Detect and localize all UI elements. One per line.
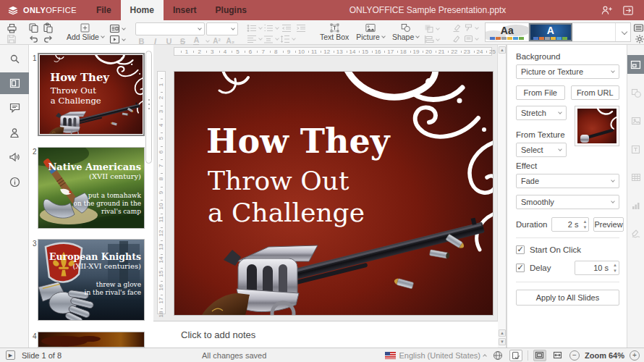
clear-style-button[interactable] — [449, 22, 462, 33]
add-slide-button[interactable]: Add Slide — [63, 22, 108, 42]
paste-button[interactable] — [41, 22, 54, 33]
fit-to-width-icon[interactable] — [551, 350, 564, 361]
background-type-select[interactable]: Picture or Texture — [516, 64, 619, 79]
decrease-indent-button[interactable] — [280, 22, 293, 33]
slide-settings-button[interactable] — [464, 33, 478, 44]
svg-text:European Knights: European Knights — [49, 251, 141, 262]
notes-area[interactable]: Click to add notes — [153, 321, 498, 348]
slide1-thumb-art: How They Throw Out a Challenge — [40, 55, 143, 134]
add-user-icon[interactable] — [599, 3, 614, 17]
scroll-up-icon[interactable]: ▲ — [499, 46, 506, 54]
slide-settings-icon[interactable] — [627, 55, 644, 74]
vertical-align-button[interactable] — [263, 33, 279, 44]
background-preview — [575, 106, 619, 146]
delay-spinner[interactable]: 10 s ▲▼ — [575, 261, 619, 275]
tab-file[interactable]: File — [87, 0, 121, 20]
theme-option-empty[interactable] — [572, 23, 616, 41]
change-layout-button[interactable] — [109, 23, 125, 34]
zoom-in-icon[interactable]: + — [630, 350, 640, 361]
font-name-combo[interactable] — [135, 22, 205, 35]
us-flag-icon — [385, 352, 396, 359]
document-title: ONLYOFFICE Sample Presentation.pptx — [256, 0, 599, 20]
apply-to-all-slides-button[interactable]: Apply to All Slides — [516, 290, 619, 306]
theme-option-dark-selected[interactable]: A — [529, 23, 572, 41]
redo-button[interactable] — [41, 33, 54, 44]
horizontal-align-button[interactable] — [247, 33, 262, 44]
slides-panel-icon[interactable] — [0, 72, 29, 94]
fill-mode-select[interactable]: Stretch — [516, 106, 567, 120]
fit-to-slide-icon[interactable] — [533, 350, 546, 361]
numbering-button[interactable] — [263, 22, 279, 33]
canvas-scrollbar[interactable]: ▲ ▲ ▼ — [497, 45, 506, 348]
slide-thumbnail-2[interactable]: Native Americans (XVII century) put a to… — [38, 147, 145, 229]
svg-text:Throw Out: Throw Out — [51, 85, 96, 96]
divider — [516, 282, 619, 282]
from-file-button[interactable]: From File — [516, 85, 565, 100]
about-info-icon[interactable] — [0, 171, 29, 193]
start-slideshow-icon[interactable]: ▶ — [6, 350, 15, 360]
slide3-thumb-art: European Knights (XII-XVI centuries) thr… — [38, 240, 144, 320]
advanced-settings-gear-icon[interactable] — [633, 33, 644, 44]
insert-shape-button[interactable]: Shape — [389, 22, 423, 42]
slide-size-button[interactable] — [633, 22, 644, 33]
texture-select[interactable]: Select — [516, 143, 567, 157]
language-selector[interactable]: English (United States) — [385, 351, 486, 360]
delay-checkbox-row: Delay 10 s ▲▼ — [516, 261, 619, 275]
preview-button[interactable]: Preview — [593, 217, 623, 232]
undo-button[interactable] — [27, 33, 40, 44]
slide-thumbnail-1[interactable]: How They Throw Out a Challenge — [38, 53, 145, 136]
table-settings-icon[interactable] — [627, 168, 644, 187]
tab-home[interactable]: Home — [121, 0, 164, 20]
insert-picture-button[interactable]: Picture — [352, 22, 389, 42]
editor-canvas: 1234567891011121314151617181920212223242… — [153, 45, 507, 348]
image-settings-icon[interactable] — [627, 111, 644, 130]
save-button[interactable] — [5, 33, 18, 44]
save-status: All changes saved — [202, 348, 266, 362]
start-on-click-checkbox[interactable]: Start On Click — [516, 245, 619, 254]
search-icon[interactable] — [0, 48, 29, 70]
copy-button[interactable] — [27, 22, 40, 33]
line-spacing-button[interactable] — [280, 33, 295, 44]
effect-option-select[interactable]: Smoothly — [516, 195, 619, 209]
signature-settings-icon[interactable] — [627, 224, 644, 243]
chat-icon[interactable] — [0, 122, 29, 143]
scroll-up-icon-bottom[interactable]: ▲ — [499, 329, 506, 337]
shape-settings-icon[interactable] — [627, 83, 644, 102]
chart-settings-icon[interactable] — [627, 196, 644, 215]
theme-gallery: Aa A — [485, 22, 631, 42]
right-rail — [627, 45, 644, 348]
slide-thumbnail-3[interactable]: European Knights (XII-XVI centuries) thr… — [38, 239, 145, 321]
theme-gallery-expand-button[interactable] — [616, 23, 630, 41]
current-slide[interactable]: How They Throw Out a Challenge — [174, 71, 493, 316]
comments-icon[interactable] — [0, 97, 29, 119]
delay-checkbox[interactable]: Delay — [516, 264, 551, 272]
arrange-shape-button[interactable] — [424, 23, 439, 34]
zoom-out-icon[interactable]: − — [569, 350, 580, 361]
tab-insert[interactable]: Insert — [164, 0, 206, 20]
slide-title-line2: Throw Out — [208, 166, 349, 195]
duration-spinner[interactable]: 2 s ▲▼ — [551, 217, 589, 232]
align-shape-button[interactable] — [424, 34, 439, 45]
tab-plugins[interactable]: Plugins — [206, 0, 256, 20]
font-size-combo[interactable] — [206, 22, 238, 35]
effect-select[interactable]: Fade — [516, 174, 619, 188]
highlight-color-button[interactable] — [449, 33, 462, 44]
from-url-button[interactable]: From URL — [571, 85, 620, 100]
feedback-icon[interactable] — [0, 146, 29, 168]
slide-thumbnails-panel: 1 — [29, 45, 153, 348]
duration-label: Duration — [516, 220, 547, 229]
increase-indent-button[interactable] — [295, 22, 308, 33]
spell-check-icon[interactable] — [509, 350, 522, 361]
open-file-location-icon[interactable] — [621, 3, 635, 17]
scroll-down-icon[interactable]: ▼ — [499, 338, 506, 345]
slide-thumbnail-4[interactable] — [38, 332, 145, 348]
start-slideshow-button[interactable] — [109, 34, 125, 45]
bullets-button[interactable] — [247, 22, 262, 33]
text-settings-icon[interactable] — [627, 140, 644, 159]
copy-style-button[interactable] — [464, 22, 478, 33]
text-box-button[interactable]: Text Box — [316, 22, 352, 42]
theme-option-light[interactable]: Aa — [486, 23, 529, 41]
panel-resize-handle[interactable] — [145, 51, 152, 164]
print-button[interactable] — [5, 22, 18, 33]
set-language-globe-icon[interactable] — [491, 350, 504, 361]
